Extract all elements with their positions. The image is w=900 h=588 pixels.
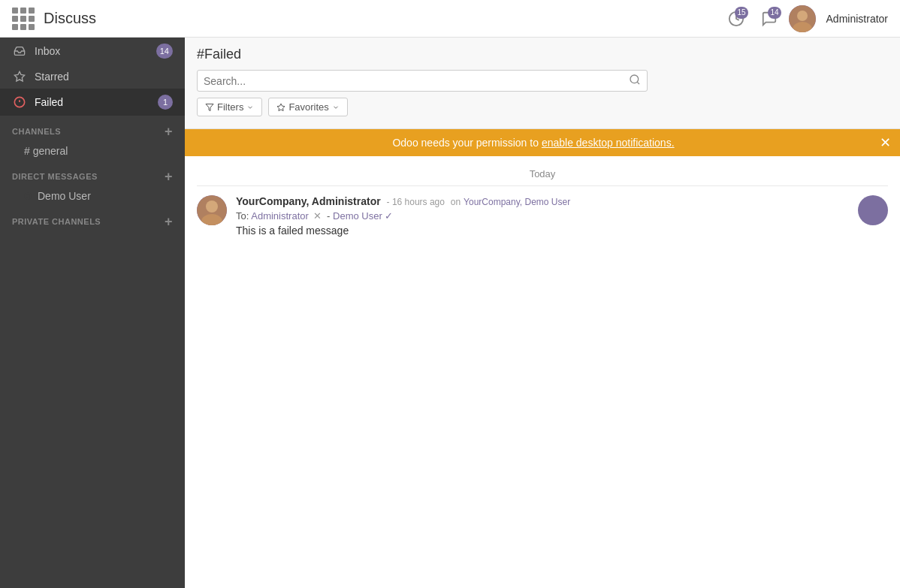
app-title: Discuss: [44, 10, 723, 27]
sidebar-channel-general[interactable]: # general: [0, 141, 185, 161]
filter-row: Filters Favorites: [185, 92, 900, 122]
filters-button[interactable]: Filters: [197, 98, 262, 116]
star-icon: [12, 71, 27, 83]
sidebar-dm-demo-user[interactable]: Demo User: [0, 186, 185, 206]
message-body: This is a failed message: [236, 225, 849, 237]
message-content: YourCompany, Administrator - 16 hours ag…: [236, 195, 849, 237]
message-to-administrator[interactable]: Administrator: [251, 210, 309, 222]
svg-marker-10: [206, 104, 213, 110]
main-layout: Inbox 14 Starred Failed 1: [0, 38, 900, 588]
svg-marker-4: [14, 71, 24, 81]
search-bar-row: [185, 62, 900, 92]
chat-button[interactable]: 14: [756, 5, 783, 32]
username-label[interactable]: Administrator: [826, 13, 888, 25]
failed-label: Failed: [35, 96, 158, 108]
svg-marker-11: [277, 104, 285, 111]
nav-icons: 15 14 Administrator: [723, 5, 888, 32]
failed-badge: 1: [158, 95, 173, 110]
svg-point-8: [630, 75, 639, 83]
search-container: [197, 70, 648, 92]
search-input[interactable]: [204, 75, 629, 87]
page-title: #Failed: [185, 38, 900, 62]
notif-close-button[interactable]: ✕: [880, 136, 891, 149]
add-dm-button[interactable]: +: [165, 170, 173, 183]
clock-button[interactable]: 15: [723, 5, 750, 32]
avatar: [197, 195, 227, 225]
message-status-icon: [858, 195, 888, 225]
notification-banner: Odoo needs your permission to enable des…: [185, 129, 900, 156]
demo-user-check-icon: ✓: [385, 210, 393, 222]
top-nav: Discuss 15 14 Administrator: [0, 0, 900, 38]
dm-status-icon: [24, 192, 32, 200]
inbox-label: Inbox: [35, 45, 156, 57]
today-divider: Today: [197, 156, 888, 186]
add-private-channel-button[interactable]: +: [165, 215, 173, 228]
svg-line-9: [637, 82, 639, 84]
sidebar-item-inbox[interactable]: Inbox 14: [0, 38, 185, 65]
message-to: To: Administrator ✕ - Demo User ✓: [236, 210, 849, 222]
clock-badge: 15: [735, 7, 747, 19]
private-channels-header: PRIVATE CHANNELS +: [0, 206, 185, 231]
apps-menu-button[interactable]: [12, 8, 35, 30]
content-area: #Failed Filters: [185, 38, 900, 588]
dm-header: DIRECT MESSAGES +: [0, 161, 185, 186]
messages-area: Today YourCompany, Administrator - 16 ho…: [185, 156, 900, 588]
message-on-text: on: [451, 197, 461, 207]
remove-administrator-button[interactable]: ✕: [313, 210, 322, 222]
message-to-demo-user[interactable]: Demo User: [333, 210, 382, 222]
message-time: - 16 hours ago: [387, 197, 445, 207]
search-icon[interactable]: [629, 74, 641, 88]
failed-icon: [12, 96, 27, 108]
sidebar: Inbox 14 Starred Failed 1: [0, 38, 185, 588]
user-avatar[interactable]: [789, 5, 816, 32]
sidebar-item-failed[interactable]: Failed 1: [0, 89, 185, 116]
message-header: YourCompany, Administrator - 16 hours ag…: [236, 195, 849, 207]
chat-badge: 14: [768, 7, 781, 19]
channels-header: CHANNELS +: [0, 116, 185, 141]
inbox-icon: [12, 45, 27, 57]
message-on-link[interactable]: YourCompany, Demo User: [464, 197, 570, 207]
favorites-button[interactable]: Favorites: [268, 98, 347, 116]
notif-text: Odoo needs your permission to enable des…: [392, 137, 674, 149]
add-channel-button[interactable]: +: [165, 125, 173, 138]
notif-link[interactable]: enable desktop notifications.: [542, 137, 675, 149]
message-author: YourCompany, Administrator: [236, 195, 381, 207]
inbox-badge: 14: [156, 44, 173, 59]
sidebar-item-starred[interactable]: Starred: [0, 65, 185, 89]
svg-point-2: [797, 11, 808, 21]
table-row: YourCompany, Administrator - 16 hours ag…: [185, 186, 900, 246]
svg-point-13: [206, 201, 218, 213]
starred-label: Starred: [35, 71, 173, 83]
